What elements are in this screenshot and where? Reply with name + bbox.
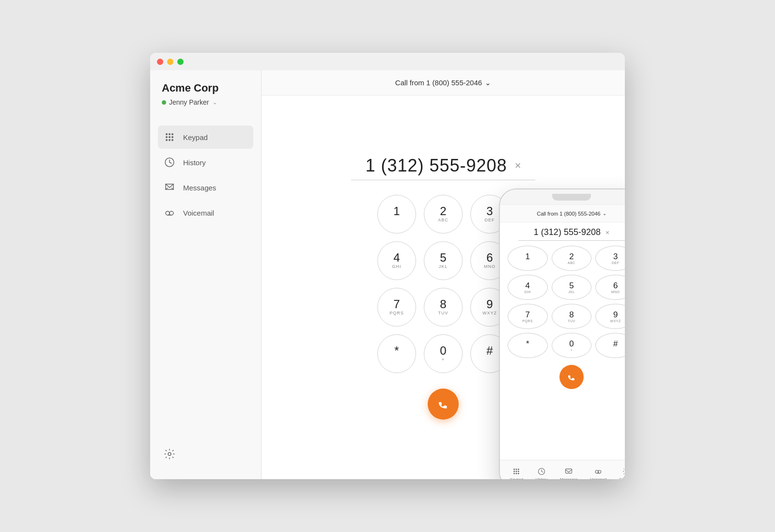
- dial-button-4[interactable]: 4 GHI: [377, 241, 416, 280]
- phone-nav-keypad[interactable]: Keypad: [510, 467, 523, 479]
- history-icon: [164, 156, 175, 168]
- svg-point-19: [518, 471, 519, 472]
- phone-nav-history-label: History: [536, 477, 548, 479]
- dial-button-star[interactable]: *: [377, 334, 416, 373]
- svg-rect-24: [566, 469, 572, 473]
- title-bar: [150, 53, 625, 70]
- phone-nav-history[interactable]: History: [536, 467, 548, 479]
- phone-dial-2[interactable]: 2 ABC: [552, 246, 592, 271]
- svg-point-13: [168, 453, 171, 455]
- sidebar-keypad-label: Keypad: [183, 133, 208, 141]
- svg-point-20: [514, 473, 515, 474]
- dial-button-5[interactable]: 5 JKL: [424, 241, 463, 280]
- svg-point-18: [516, 471, 517, 472]
- svg-point-8: [171, 139, 173, 141]
- messages-icon: [164, 182, 175, 193]
- phone-voicemail-icon: [593, 467, 603, 476]
- sidebar: Acme Corp Jenny Parker ⌄: [150, 70, 262, 479]
- phone-dial-4[interactable]: 4 GHI: [508, 275, 548, 300]
- phone-chevron-icon: ⌄: [603, 211, 606, 216]
- svg-point-4: [169, 136, 170, 138]
- svg-point-14: [514, 469, 515, 470]
- user-chevron-icon: ⌄: [213, 99, 217, 106]
- phone-bottom-nav: Keypad History: [500, 460, 625, 479]
- phone-number-display: 1 (312) 555-9208 ×: [500, 222, 625, 240]
- phone-dial-0[interactable]: 0 +: [552, 333, 592, 358]
- phone-nav-voicemail[interactable]: Voicemail: [590, 467, 606, 479]
- svg-point-21: [516, 473, 517, 474]
- dialed-number: 1 (312) 555-9208: [365, 156, 507, 176]
- svg-point-5: [171, 136, 173, 138]
- svg-point-10: [166, 211, 170, 215]
- svg-point-25: [596, 470, 599, 473]
- svg-point-17: [514, 471, 515, 472]
- dial-button-7[interactable]: 7 PQRS: [377, 288, 416, 327]
- traffic-lights: [157, 59, 184, 65]
- dial-button-2[interactable]: 2 ABC: [424, 195, 463, 234]
- sidebar-item-keypad[interactable]: Keypad: [158, 125, 253, 149]
- call-from-bar: Call from 1 (800) 555-2046 ⌄: [262, 70, 625, 95]
- phone-keypad-icon: [512, 467, 521, 476]
- keypad-icon: [164, 131, 175, 143]
- svg-point-26: [598, 470, 601, 473]
- phone-settings-icon: [621, 467, 625, 476]
- call-from-chevron-icon: ⌄: [485, 78, 491, 87]
- phone-clear-button[interactable]: ×: [605, 229, 609, 236]
- phone-messages-icon: [564, 467, 574, 476]
- phone-call-from-label: Call from 1 (800) 555-2046: [537, 211, 600, 217]
- svg-point-11: [170, 211, 173, 215]
- phone-call-button[interactable]: [559, 365, 584, 389]
- phone-mockup: Call from 1 (800) 555-2046 ⌄ 1 (312) 555…: [499, 188, 625, 479]
- phone-call-btn-container: [500, 365, 625, 389]
- phone-nav-settings[interactable]: Settings: [619, 467, 625, 479]
- maximize-button[interactable]: [177, 59, 184, 65]
- svg-point-16: [518, 469, 519, 470]
- phone-dial-hash[interactable]: #: [595, 333, 625, 358]
- phone-dial-6[interactable]: 6 MNO: [595, 275, 625, 300]
- phone-dial-star[interactable]: *: [508, 333, 548, 358]
- svg-point-2: [171, 133, 173, 135]
- call-button[interactable]: [428, 389, 459, 420]
- svg-point-6: [166, 139, 168, 141]
- phone-notch-bar: [500, 189, 625, 205]
- user-name: Jenny Parker: [169, 98, 209, 106]
- close-button[interactable]: [157, 59, 163, 65]
- status-dot: [162, 100, 166, 105]
- dial-button-0[interactable]: 0 +: [424, 334, 463, 373]
- phone-nav-voicemail-label: Voicemail: [590, 477, 606, 479]
- call-from-label: Call from 1 (800) 555-2046: [395, 78, 482, 87]
- minimize-button[interactable]: [167, 59, 173, 65]
- phone-underline: [518, 240, 625, 241]
- settings-icon[interactable]: [164, 448, 175, 460]
- phone-dial-1[interactable]: 1: [508, 246, 548, 271]
- sidebar-messages-label: Messages: [183, 184, 216, 192]
- phone-nav-keypad-label: Keypad: [510, 477, 523, 479]
- svg-point-3: [166, 136, 168, 138]
- phone-dial-7[interactable]: 7 PQRS: [508, 304, 548, 329]
- sidebar-item-messages[interactable]: Messages: [158, 176, 253, 199]
- number-display: 1 (312) 555-9208 ×: [365, 156, 521, 176]
- dial-button-1[interactable]: 1: [377, 195, 416, 234]
- user-status[interactable]: Jenny Parker ⌄: [150, 98, 261, 106]
- clear-button[interactable]: ×: [515, 160, 521, 171]
- number-underline: [351, 180, 535, 180]
- phone-dial-9[interactable]: 9 WXYZ: [595, 304, 625, 329]
- phone-dial-5[interactable]: 5 JKL: [552, 275, 592, 300]
- voicemail-icon: [164, 207, 175, 219]
- dial-button-8[interactable]: 8 TUV: [424, 288, 463, 327]
- phone-dial-3[interactable]: 3 DEF: [595, 246, 625, 271]
- nav-items: Keypad History: [150, 125, 261, 440]
- svg-point-7: [169, 139, 170, 141]
- phone-nav-settings-label: Settings: [619, 477, 625, 479]
- phone-dial-8[interactable]: 8 TUV: [552, 304, 592, 329]
- phone-dialed-number: 1 (312) 555-9208: [534, 227, 601, 237]
- phone-history-icon: [537, 467, 546, 476]
- phone-nav-messages[interactable]: Messages: [560, 467, 577, 479]
- phone-nav-messages-label: Messages: [560, 477, 577, 479]
- sidebar-item-voicemail[interactable]: Voicemail: [158, 201, 253, 224]
- sidebar-voicemail-label: Voicemail: [183, 209, 214, 217]
- phone-notch: [552, 194, 591, 201]
- app-window: Acme Corp Jenny Parker ⌄: [150, 53, 625, 479]
- svg-point-15: [516, 469, 517, 470]
- sidebar-item-history[interactable]: History: [158, 151, 253, 174]
